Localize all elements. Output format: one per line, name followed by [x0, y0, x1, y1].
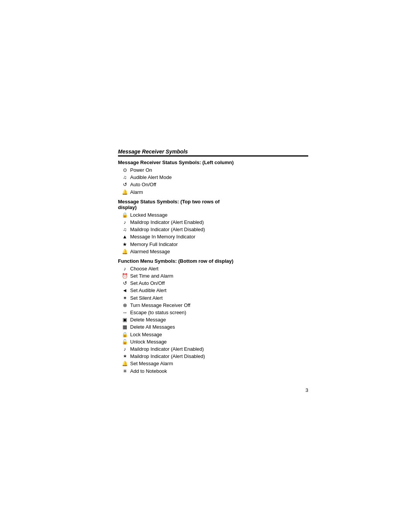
symbol-icon: 🔓	[119, 339, 130, 345]
list-item: 🔒 Lock Message	[119, 331, 308, 338]
item-label: Lock Message	[130, 331, 308, 338]
item-label: Memory Full Indicator	[130, 241, 308, 248]
item-label: Power On	[130, 167, 308, 174]
symbol-icon: ♪	[119, 346, 130, 353]
item-label: Auto On/Off	[130, 181, 308, 188]
section-title: Message Receiver Symbols	[118, 149, 308, 155]
symbol-icon: ⊗	[119, 302, 130, 309]
status-symbols-list: ⊙ Power On ♫ Audible Alert Mode ↺ Auto O…	[119, 167, 308, 196]
page-number: 3	[306, 387, 308, 393]
list-item: ⏰ Set Time and Alarm	[119, 273, 308, 280]
symbol-icon: ♫	[119, 226, 130, 233]
symbol-icon: ▲	[119, 233, 130, 240]
symbol-icon: ✶	[119, 295, 130, 302]
symbol-icon: 🔔	[119, 189, 130, 196]
item-label: Maildrop Indicator (Alert Enabled)	[130, 346, 308, 353]
list-item: ✶ Maildrop Indicator (Alert Disabled)	[119, 353, 308, 360]
symbol-icon: ✶	[119, 353, 130, 360]
list-item: ♪ Maildrop Indicator (Alert Enabled)	[119, 346, 308, 353]
symbol-icon: 🔒	[119, 212, 130, 219]
list-item: ↺ Set Auto On/Off	[119, 280, 308, 287]
list-item: 🔒 Locked Message	[119, 212, 308, 219]
list-item: ▦ Delete All Messages	[119, 324, 308, 331]
item-label: Set Auto On/Off	[130, 280, 308, 287]
symbol-icon: ⏰	[119, 273, 130, 280]
page-content: Message Receiver Symbols Message Receive…	[118, 149, 308, 378]
item-label: Add to Notebook	[130, 368, 308, 375]
subsection-heading-3: Function Menu Symbols: (Bottom row of di…	[118, 258, 308, 264]
symbol-icon: ↺	[119, 280, 130, 287]
item-label: Maildrop Indicator (Alert Disabled)	[130, 353, 308, 360]
symbol-icon: ↺	[119, 181, 130, 188]
symbol-icon: ★	[119, 241, 130, 248]
item-label: Set Audible Alert	[130, 287, 308, 294]
symbol-icon: ▦	[119, 324, 130, 331]
item-label: Alarmed Message	[130, 248, 308, 255]
subsection-heading-2: Message Status Symbols: (Top two rows of…	[118, 199, 308, 210]
symbol-icon: ▣	[119, 316, 130, 323]
symbol-icon: ◄	[119, 287, 130, 294]
item-label: Audible Alert Mode	[130, 174, 308, 181]
function-menu-symbols-list: ♪ Choose Alert ⏰ Set Time and Alarm ↺ Se…	[119, 265, 308, 375]
symbol-icon: ♪	[119, 265, 130, 272]
subsection-heading-1: Message Receiver Status Symbols: (Left c…	[118, 160, 308, 165]
list-item: 🔔 Alarmed Message	[119, 248, 308, 255]
list-item: ♫ Maildrop Indicator (Alert Disabled)	[119, 226, 308, 233]
list-item: ⊗ Turn Message Receiver Off	[119, 302, 308, 309]
list-item: ▣ Delete Message	[119, 316, 308, 323]
symbol-icon: 🔔	[119, 360, 130, 367]
list-item: 🔔 Alarm	[119, 189, 308, 196]
item-label: Escape (to status screen)	[130, 309, 308, 316]
list-item: ✳ Add to Notebook	[119, 368, 308, 375]
item-label: Set Time and Alarm	[130, 273, 308, 280]
symbol-icon: ♫	[119, 174, 130, 181]
symbol-icon: ⊙	[119, 167, 130, 174]
symbol-icon: 🔒	[119, 331, 130, 338]
item-label: Choose Alert	[130, 265, 308, 272]
item-label: Locked Message	[130, 212, 308, 219]
item-label: Set Silent Alert	[130, 295, 308, 302]
item-label: Message In Memory Indicator	[130, 233, 308, 240]
list-item: ◄ Set Audible Alert	[119, 287, 308, 294]
list-item: ♪ Maildrop Indicator (Alert Enabled)	[119, 219, 308, 226]
item-label: Delete Message	[130, 316, 308, 323]
list-item: ♫ Audible Alert Mode	[119, 174, 308, 181]
list-item: ▲ Message In Memory Indicator	[119, 233, 308, 240]
item-label: Maildrop Indicator (Alert Disabled)	[130, 226, 308, 233]
item-label: Unlock Message	[130, 339, 308, 345]
symbol-icon: ↔	[119, 309, 130, 316]
item-label: Set Message Alarm	[130, 360, 308, 367]
list-item: ♪ Choose Alert	[119, 265, 308, 272]
symbol-icon: ♪	[119, 219, 130, 226]
list-item: ⊙ Power On	[119, 167, 308, 174]
list-item: 🔓 Unlock Message	[119, 339, 308, 345]
item-label: Turn Message Receiver Off	[130, 302, 308, 309]
title-rule	[118, 155, 308, 157]
item-label: Delete All Messages	[130, 324, 308, 331]
symbol-icon: 🔔	[119, 248, 130, 255]
message-status-symbols-list: 🔒 Locked Message ♪ Maildrop Indicator (A…	[119, 212, 308, 255]
item-label: Alarm	[130, 189, 308, 196]
symbol-icon: ✳	[119, 368, 130, 375]
list-item: 🔔 Set Message Alarm	[119, 360, 308, 367]
list-item: ↔ Escape (to status screen)	[119, 309, 308, 316]
list-item: ↺ Auto On/Off	[119, 181, 308, 188]
list-item: ✶ Set Silent Alert	[119, 295, 308, 302]
item-label: Maildrop Indicator (Alert Enabled)	[130, 219, 308, 226]
list-item: ★ Memory Full Indicator	[119, 241, 308, 248]
